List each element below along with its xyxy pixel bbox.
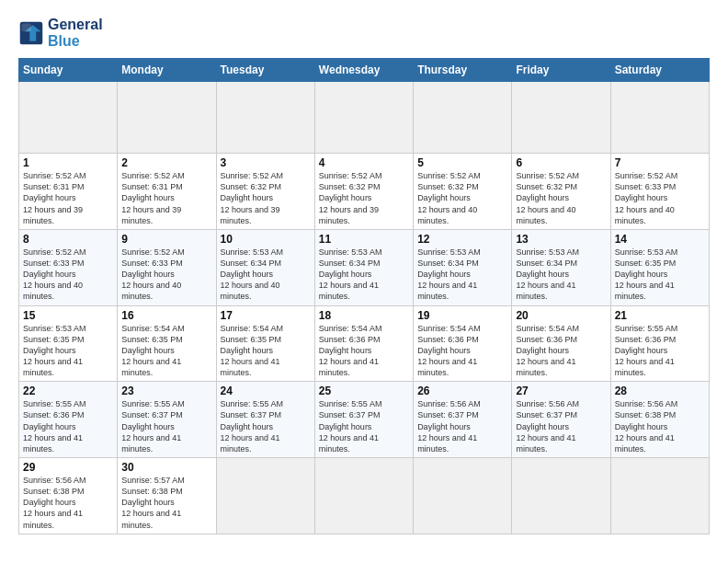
cell-content: Sunrise: 5:52 AMSunset: 6:33 PMDaylight … — [23, 247, 113, 303]
calendar-cell: 30Sunrise: 5:57 AMSunset: 6:38 PMDayligh… — [118, 458, 216, 534]
day-number: 19 — [417, 309, 507, 322]
calendar-cell: 3Sunrise: 5:52 AMSunset: 6:32 PMDaylight… — [216, 154, 314, 230]
calendar-cell — [314, 82, 413, 154]
cell-content: Sunrise: 5:52 AMSunset: 6:33 PMDaylight … — [615, 170, 705, 226]
day-number: 20 — [516, 309, 606, 322]
day-number: 4 — [319, 156, 409, 169]
calendar-cell: 5Sunrise: 5:52 AMSunset: 6:32 PMDaylight… — [414, 154, 512, 230]
cell-content: Sunrise: 5:54 AMSunset: 6:35 PMDaylight … — [121, 323, 211, 379]
logo: General Blue — [18, 17, 103, 49]
day-number: 15 — [23, 309, 113, 322]
calendar-cell: 28Sunrise: 5:56 AMSunset: 6:38 PMDayligh… — [610, 382, 709, 458]
calendar-week-0 — [19, 82, 710, 154]
calendar-cell — [216, 82, 314, 154]
day-number: 10 — [221, 233, 311, 246]
calendar-cell: 27Sunrise: 5:56 AMSunset: 6:37 PMDayligh… — [512, 382, 610, 458]
calendar-cell: 12Sunrise: 5:53 AMSunset: 6:34 PMDayligh… — [414, 229, 512, 305]
calendar-header-row: Sunday Monday Tuesday Wednesday Thursday… — [19, 59, 710, 82]
calendar-cell: 9Sunrise: 5:52 AMSunset: 6:33 PMDaylight… — [118, 229, 216, 305]
day-number: 22 — [23, 385, 113, 397]
logo-text: General Blue — [48, 17, 103, 49]
day-number: 17 — [221, 309, 311, 322]
calendar-cell: 23Sunrise: 5:55 AMSunset: 6:37 PMDayligh… — [118, 382, 216, 458]
calendar-cell: 1Sunrise: 5:52 AMSunset: 6:31 PMDaylight… — [19, 154, 118, 230]
day-number: 24 — [221, 385, 311, 397]
col-wednesday: Wednesday — [314, 59, 413, 82]
calendar-cell: 24Sunrise: 5:55 AMSunset: 6:37 PMDayligh… — [216, 382, 314, 458]
calendar-cell — [512, 458, 610, 534]
day-number: 2 — [121, 156, 211, 169]
day-number: 21 — [615, 309, 705, 322]
calendar-cell — [610, 458, 709, 534]
calendar-cell: 16Sunrise: 5:54 AMSunset: 6:35 PMDayligh… — [118, 305, 216, 382]
day-number: 16 — [121, 309, 211, 322]
day-number: 14 — [615, 233, 705, 246]
col-friday: Friday — [512, 59, 610, 82]
calendar-cell — [414, 82, 512, 154]
day-number: 3 — [221, 156, 311, 169]
calendar-cell: 6Sunrise: 5:52 AMSunset: 6:32 PMDaylight… — [512, 154, 610, 230]
calendar-cell: 14Sunrise: 5:53 AMSunset: 6:35 PMDayligh… — [610, 229, 709, 305]
calendar-cell: 11Sunrise: 5:53 AMSunset: 6:34 PMDayligh… — [314, 229, 413, 305]
calendar-cell — [118, 82, 216, 154]
day-number: 6 — [516, 156, 606, 169]
calendar-cell: 22Sunrise: 5:55 AMSunset: 6:36 PMDayligh… — [19, 382, 118, 458]
calendar-cell: 19Sunrise: 5:54 AMSunset: 6:36 PMDayligh… — [414, 305, 512, 382]
day-number: 8 — [23, 233, 113, 246]
calendar-week-3: 15Sunrise: 5:53 AMSunset: 6:35 PMDayligh… — [19, 305, 710, 382]
cell-content: Sunrise: 5:52 AMSunset: 6:32 PMDaylight … — [221, 170, 311, 226]
day-number: 12 — [417, 233, 507, 246]
calendar-week-2: 8Sunrise: 5:52 AMSunset: 6:33 PMDaylight… — [19, 229, 710, 305]
calendar-cell: 17Sunrise: 5:54 AMSunset: 6:35 PMDayligh… — [216, 305, 314, 382]
cell-content: Sunrise: 5:56 AMSunset: 6:37 PMDaylight … — [417, 398, 507, 454]
col-saturday: Saturday — [610, 59, 709, 82]
page: General Blue Sunday Monday Tuesday Wedne… — [0, 0, 728, 563]
cell-content: Sunrise: 5:53 AMSunset: 6:34 PMDaylight … — [319, 247, 409, 303]
cell-content: Sunrise: 5:53 AMSunset: 6:34 PMDaylight … — [516, 247, 606, 303]
col-tuesday: Tuesday — [216, 59, 314, 82]
day-number: 28 — [615, 385, 705, 397]
cell-content: Sunrise: 5:54 AMSunset: 6:36 PMDaylight … — [319, 323, 409, 379]
cell-content: Sunrise: 5:53 AMSunset: 6:35 PMDaylight … — [23, 323, 113, 379]
calendar-cell: 29Sunrise: 5:56 AMSunset: 6:38 PMDayligh… — [19, 458, 118, 534]
cell-content: Sunrise: 5:55 AMSunset: 6:37 PMDaylight … — [319, 398, 409, 454]
cell-content: Sunrise: 5:55 AMSunset: 6:36 PMDaylight … — [23, 398, 113, 454]
calendar: Sunday Monday Tuesday Wednesday Thursday… — [18, 58, 710, 534]
day-number: 9 — [121, 233, 211, 246]
logo-icon — [18, 20, 44, 46]
cell-content: Sunrise: 5:57 AMSunset: 6:38 PMDaylight … — [121, 475, 211, 531]
calendar-cell: 18Sunrise: 5:54 AMSunset: 6:36 PMDayligh… — [314, 305, 413, 382]
day-number: 30 — [121, 461, 211, 474]
cell-content: Sunrise: 5:52 AMSunset: 6:31 PMDaylight … — [121, 170, 211, 226]
calendar-cell — [610, 82, 709, 154]
calendar-cell: 26Sunrise: 5:56 AMSunset: 6:37 PMDayligh… — [414, 382, 512, 458]
col-sunday: Sunday — [19, 59, 118, 82]
cell-content: Sunrise: 5:52 AMSunset: 6:33 PMDaylight … — [121, 247, 211, 303]
cell-content: Sunrise: 5:55 AMSunset: 6:36 PMDaylight … — [615, 323, 705, 379]
day-number: 5 — [417, 156, 507, 169]
day-number: 26 — [417, 385, 507, 397]
cell-content: Sunrise: 5:52 AMSunset: 6:31 PMDaylight … — [23, 170, 113, 226]
calendar-cell — [216, 458, 314, 534]
calendar-week-4: 22Sunrise: 5:55 AMSunset: 6:36 PMDayligh… — [19, 382, 710, 458]
calendar-cell: 8Sunrise: 5:52 AMSunset: 6:33 PMDaylight… — [19, 229, 118, 305]
calendar-cell: 13Sunrise: 5:53 AMSunset: 6:34 PMDayligh… — [512, 229, 610, 305]
col-thursday: Thursday — [414, 59, 512, 82]
cell-content: Sunrise: 5:55 AMSunset: 6:37 PMDaylight … — [121, 398, 211, 454]
day-number: 18 — [319, 309, 409, 322]
calendar-cell: 7Sunrise: 5:52 AMSunset: 6:33 PMDaylight… — [610, 154, 709, 230]
cell-content: Sunrise: 5:52 AMSunset: 6:32 PMDaylight … — [516, 170, 606, 226]
calendar-cell: 10Sunrise: 5:53 AMSunset: 6:34 PMDayligh… — [216, 229, 314, 305]
cell-content: Sunrise: 5:53 AMSunset: 6:34 PMDaylight … — [417, 247, 507, 303]
day-number: 1 — [23, 156, 113, 169]
cell-content: Sunrise: 5:56 AMSunset: 6:37 PMDaylight … — [516, 398, 606, 454]
cell-content: Sunrise: 5:53 AMSunset: 6:35 PMDaylight … — [615, 247, 705, 303]
cell-content: Sunrise: 5:54 AMSunset: 6:36 PMDaylight … — [516, 323, 606, 379]
day-number: 29 — [23, 461, 113, 474]
cell-content: Sunrise: 5:56 AMSunset: 6:38 PMDaylight … — [615, 398, 705, 454]
cell-content: Sunrise: 5:52 AMSunset: 6:32 PMDaylight … — [319, 170, 409, 226]
cell-content: Sunrise: 5:53 AMSunset: 6:34 PMDaylight … — [221, 247, 311, 303]
calendar-cell: 21Sunrise: 5:55 AMSunset: 6:36 PMDayligh… — [610, 305, 709, 382]
calendar-cell: 2Sunrise: 5:52 AMSunset: 6:31 PMDaylight… — [118, 154, 216, 230]
calendar-cell — [314, 458, 413, 534]
